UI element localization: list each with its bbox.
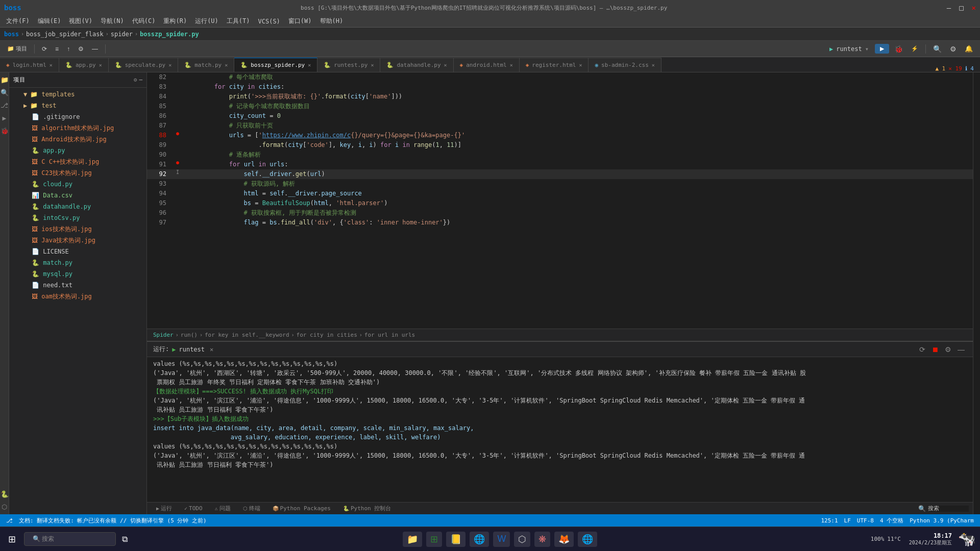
tree-item-cpp[interactable]: 🖼 C C++技术热词.jpg	[9, 156, 146, 167]
menu-tools[interactable]: 工具(T)	[223, 16, 254, 27]
tree-item-datahandle[interactable]: 🐍 datahandle.py	[9, 201, 146, 212]
tree-item-algorithm[interactable]: 🖼 algorithm技术热词.jpg	[9, 122, 146, 134]
toolbar-btn3[interactable]: ↑	[64, 44, 73, 54]
debug-button[interactable]: 🐞	[891, 43, 906, 55]
maximize-button[interactable]: □	[959, 4, 963, 12]
toolbar-btn2[interactable]: ≡	[52, 44, 62, 54]
breadcrumb-flask[interactable]: boss_job_spider_flask	[26, 31, 104, 38]
tab-register-html[interactable]: ◈ register.html ✕	[520, 58, 589, 72]
window-controls[interactable]: — □ ✕	[947, 4, 976, 12]
tree-header-settings[interactable]: ⚙	[134, 77, 137, 83]
tab-python-packages[interactable]: 📦Python Packages	[267, 504, 336, 513]
tab-close-runtest[interactable]: ✕	[371, 62, 374, 68]
taskbar-browser[interactable]: 🦊	[554, 532, 574, 547]
taskbar-explorer[interactable]: 📁	[403, 532, 422, 547]
close-run-tab[interactable]: ✕	[210, 346, 213, 353]
tab-speculate-py[interactable]: 🐍 speculate.py ✕	[109, 58, 179, 72]
tree-item-c23[interactable]: 🖼 C23技术热词.jpg	[9, 167, 146, 179]
tree-item-intocsv[interactable]: 🐍 intoCsv.py	[9, 212, 146, 223]
taskbar-excel[interactable]: ⊞	[426, 532, 442, 547]
tree-item-app-py[interactable]: 🐍 app.py	[9, 145, 146, 156]
breadcrumb-cities[interactable]: for city in cities	[297, 332, 357, 338]
tree-item-gitignore[interactable]: 📄 .gitignore	[9, 111, 146, 122]
tree-item-cloud[interactable]: 🐍 cloud.py	[9, 179, 146, 190]
tab-close-bosszp[interactable]: ✕	[308, 62, 311, 68]
project-tree-icon[interactable]: 📁	[0, 74, 10, 85]
tab-problems[interactable]: ⚠问题	[210, 504, 236, 513]
taskbar-word[interactable]: W	[493, 532, 510, 547]
tab-run[interactable]: ▶运行	[151, 504, 177, 513]
tab-python-console[interactable]: 🐍Python 控制台	[338, 504, 396, 513]
breadcrumb-file[interactable]: bosszp_spider.py	[140, 31, 199, 38]
tree-item-ios[interactable]: 🖼 ios技术热词.jpg	[9, 223, 146, 235]
breadcrumb-urls[interactable]: for url in urls	[364, 332, 415, 338]
tab-close-speculate[interactable]: ✕	[168, 62, 172, 68]
tab-close-register[interactable]: ✕	[579, 62, 582, 68]
tab-app-py[interactable]: 🐍 app.py ✕	[59, 58, 109, 72]
start-button[interactable]: ⊞	[4, 532, 20, 547]
menu-navigate[interactable]: 导航(N)	[96, 16, 128, 27]
run-with-coverage[interactable]: ⚡	[908, 44, 921, 54]
menu-help[interactable]: 帮助(H)	[316, 16, 348, 27]
menu-edit[interactable]: 编辑(E)	[34, 16, 65, 27]
tab-sb-admin-css[interactable]: ◉ sb-admin-2.css ✕	[589, 58, 661, 72]
breakpoint-88[interactable]: ●	[176, 131, 179, 136]
tab-datahandle-py[interactable]: 🐍 datahandle.py ✕	[380, 58, 453, 72]
tree-item-match[interactable]: 🐍 match.py	[9, 257, 146, 268]
git-icon[interactable]: ⎇	[0, 100, 10, 111]
tree-item-license[interactable]: 📄 LICENSE	[9, 246, 146, 257]
code-editor[interactable]: 82 # 每个城市爬取 83 for city in cities: 84	[147, 72, 973, 341]
tree-item-android[interactable]: 🖼 Android技术热词.jpg	[9, 134, 146, 145]
tree-item-oam[interactable]: 🖼 oam技术热词.jpg	[9, 291, 146, 302]
tab-runtest-py[interactable]: 🐍 runtest.py ✕	[317, 58, 380, 72]
menu-refactor[interactable]: 重构(R)	[159, 16, 191, 27]
tree-item-need[interactable]: 📄 need.txt	[9, 280, 146, 291]
taskbar-app3[interactable]: ❋	[534, 532, 550, 547]
python-icon[interactable]: 🐍	[0, 489, 10, 499]
breadcrumb-run[interactable]: run()	[181, 332, 198, 338]
breadcrumb-spider[interactable]: spider	[111, 31, 133, 38]
terminal-settings[interactable]: ⚙	[943, 344, 953, 355]
breakpoint-91[interactable]: ●	[176, 160, 179, 165]
search-taskbar[interactable]: 🔍 搜索	[24, 532, 116, 546]
taskbar-onenote[interactable]: 📒	[446, 532, 465, 547]
restart-button[interactable]: ⟳	[917, 344, 927, 355]
taskbar-app2[interactable]: ⬡	[514, 532, 530, 547]
stop-button[interactable]: ⏹	[929, 344, 941, 355]
taskview-button[interactable]: ⧉	[120, 533, 130, 546]
toolbar-btn4[interactable]: ⚙	[75, 44, 87, 54]
tab-android-html[interactable]: ◈ android.html ✕	[454, 58, 520, 72]
tab-terminal[interactable]: ⬡终端	[238, 504, 265, 513]
minimize-button[interactable]: —	[947, 4, 951, 12]
tab-login-html[interactable]: ◈ login.html ✕	[0, 58, 59, 72]
close-button[interactable]: ✕	[972, 4, 976, 12]
menu-run[interactable]: 运行(U)	[191, 16, 223, 27]
run-config-dropdown[interactable]: ▾	[865, 45, 869, 53]
menu-file[interactable]: 文件(F)	[2, 16, 34, 27]
tab-close-app[interactable]: ✕	[99, 62, 102, 68]
code-view[interactable]: 82 # 每个城市爬取 83 for city in cities: 84	[147, 72, 973, 329]
tab-close-login[interactable]: ✕	[50, 62, 53, 68]
breadcrumb-keyword[interactable]: for key in self.__keyword	[205, 332, 289, 338]
tree-item-data-csv[interactable]: 📊 Data.csv	[9, 190, 146, 201]
menu-view[interactable]: 视图(V)	[65, 16, 96, 27]
taskbar-teams[interactable]: 🌐	[470, 532, 489, 547]
tree-item-java[interactable]: 🖼 Java技术热词.jpg	[9, 235, 146, 246]
run-button[interactable]: ▶	[875, 44, 889, 54]
terminal-collapse[interactable]: —	[955, 344, 967, 355]
tree-item-mysql[interactable]: 🐍 mysql.py	[9, 268, 146, 280]
toolbar-btn1[interactable]: ⟳	[39, 44, 50, 54]
breadcrumb-spider[interactable]: Spider	[153, 332, 174, 338]
tab-close-android[interactable]: ✕	[510, 62, 513, 68]
search-icon[interactable]: 🔍	[0, 87, 10, 98]
notifications-button[interactable]: 🔔	[962, 43, 976, 54]
tab-match-py[interactable]: 🐍 match.py ✕	[178, 58, 234, 72]
tab-close-sb-admin[interactable]: ✕	[652, 62, 655, 68]
breadcrumb-boss[interactable]: boss	[4, 31, 19, 38]
tree-item-test[interactable]: ▶ 📁 test	[9, 100, 146, 111]
terminal-icon[interactable]: ⬡	[0, 502, 9, 512]
tab-close-datahandle[interactable]: ✕	[444, 62, 447, 68]
tab-close-match[interactable]: ✕	[225, 62, 228, 68]
menu-window[interactable]: 窗口(W)	[284, 16, 316, 27]
menu-code[interactable]: 代码(C)	[128, 16, 160, 27]
